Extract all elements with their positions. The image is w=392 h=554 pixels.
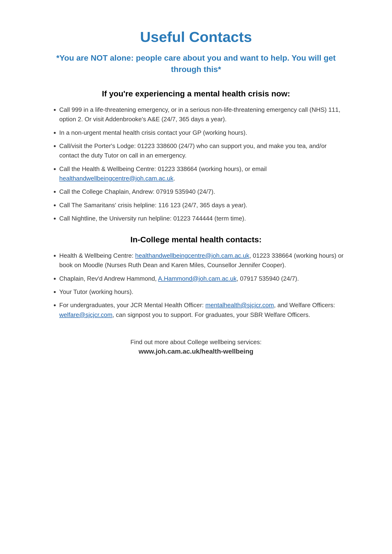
health-wellbeing-email-link-1[interactable]: healthandwellbeingcentre@joh.cam.ac.uk bbox=[59, 175, 174, 182]
list-item: Your Tutor (working hours). bbox=[59, 287, 345, 297]
footer-website: www.joh.cam.ac.uk/health-wellbeing bbox=[47, 348, 345, 355]
footer-find-out-text: Find out more about College wellbeing se… bbox=[47, 339, 345, 346]
welfare-email-link[interactable]: welfare@sjcjcr.com bbox=[59, 311, 112, 318]
list-item: Call the Health & Wellbeing Centre: 0122… bbox=[59, 164, 345, 183]
list-item: Call The Samaritans' crisis helpline: 11… bbox=[59, 200, 345, 210]
footer-section: Find out more about College wellbeing se… bbox=[47, 339, 345, 355]
crisis-item-5: Call the College Chaplain, Andrew: 07919… bbox=[59, 188, 215, 195]
list-item: Chaplain, Rev'd Andrew Hammond, A.Hammon… bbox=[59, 274, 345, 283]
mental-health-email-link[interactable]: mentalhealth@sjcjcr.com bbox=[205, 302, 274, 309]
health-wellbeing-email-link-2[interactable]: healthandwellbeingcentre@joh.cam.ac.uk bbox=[135, 252, 249, 259]
list-item: Call the College Chaplain, Andrew: 07919… bbox=[59, 187, 345, 196]
in-college-bullet-list: Health & Wellbeing Centre: healthandwell… bbox=[47, 251, 345, 319]
list-item: In a non-urgent mental health crisis con… bbox=[59, 128, 345, 137]
in-college-section-heading: In-College mental health contacts: bbox=[47, 235, 345, 244]
crisis-bullet-list: Call 999 in a life-threatening emergency… bbox=[47, 105, 345, 223]
crisis-item-1: Call 999 in a life-threatening emergency… bbox=[59, 106, 340, 123]
crisis-item-6: Call The Samaritans' crisis helpline: 11… bbox=[59, 201, 247, 209]
crisis-item-3: Call/visit the Porter's Lodge: 01223 338… bbox=[59, 142, 327, 159]
page-subtitle: *You are NOT alone: people care about yo… bbox=[47, 52, 345, 75]
in-college-item-3: Your Tutor (working hours). bbox=[59, 288, 133, 295]
list-item: Call 999 in a life-threatening emergency… bbox=[59, 105, 345, 124]
crisis-item-7: Call Nightline, the University run helpl… bbox=[59, 215, 246, 222]
chaplain-email-link[interactable]: A.Hammond@joh.cam.ac.uk bbox=[158, 275, 237, 282]
crisis-section-heading: If you're experiencing a mental health c… bbox=[47, 89, 345, 98]
crisis-item-2: In a non-urgent mental health crisis con… bbox=[59, 129, 247, 136]
list-item: Health & Wellbeing Centre: healthandwell… bbox=[59, 251, 345, 270]
list-item: Call/visit the Porter's Lodge: 01223 338… bbox=[59, 141, 345, 160]
list-item: Call Nightline, the University run helpl… bbox=[59, 214, 345, 223]
list-item: For undergraduates, your JCR Mental Heal… bbox=[59, 300, 345, 319]
page-title: Useful Contacts bbox=[47, 28, 345, 45]
